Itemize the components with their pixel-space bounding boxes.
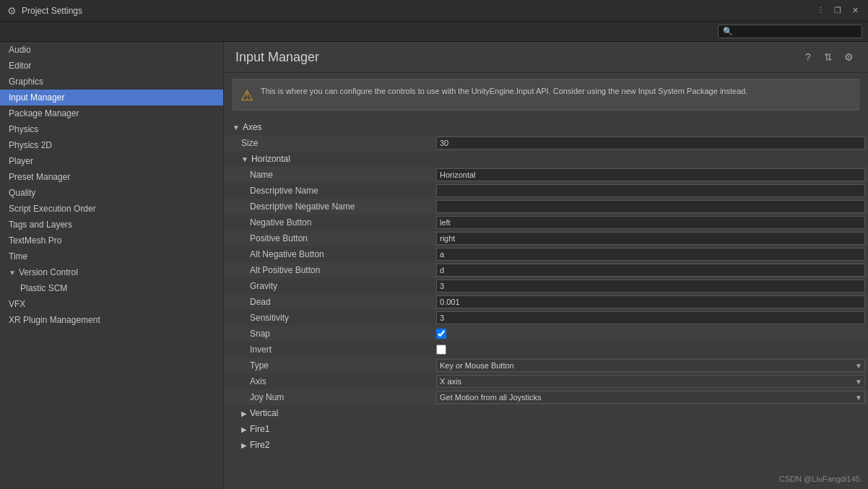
search-wrapper: 🔍 xyxy=(718,25,862,38)
joy-num-row: Joy Num Get Motion from all Joysticks Jo… xyxy=(224,389,868,405)
vertical-section-label: ▶ Vertical xyxy=(241,408,278,418)
invert-value xyxy=(433,343,868,356)
sidebar-item-time[interactable]: Time xyxy=(0,248,223,264)
negative-button-text: left xyxy=(436,216,865,229)
sidebar-item-preset-manager[interactable]: Preset Manager xyxy=(0,169,223,185)
axes-section-header[interactable]: ▼ Axes xyxy=(224,119,868,135)
snap-value xyxy=(433,327,868,340)
fire1-section-header[interactable]: ▶ Fire1 xyxy=(224,421,868,437)
sidebar-item-physics-2d[interactable]: Physics 2D xyxy=(0,137,223,153)
name-value: Horizontal xyxy=(433,168,868,182)
alt-negative-button-value: a xyxy=(433,247,868,261)
sidebar-item-physics[interactable]: Physics xyxy=(0,121,223,137)
negative-button-value: left xyxy=(433,215,868,230)
horizontal-section-header[interactable]: ▼ Horizontal xyxy=(224,151,868,167)
vertical-fold-arrow: ▶ xyxy=(241,410,247,417)
size-row: Size 30 xyxy=(224,135,868,151)
descriptive-negative-name-text xyxy=(436,200,865,213)
fire1-section-label: ▶ Fire1 xyxy=(241,424,269,434)
gravity-row: Gravity 3 xyxy=(224,278,868,294)
fire2-section-label: ▶ Fire2 xyxy=(241,440,269,450)
joy-num-label: Joy Num xyxy=(224,392,433,402)
sidebar-item-textmesh-pro[interactable]: TextMesh Pro xyxy=(0,233,223,248)
warning-icon: ⚠ xyxy=(240,87,253,104)
layout-icon[interactable]: ⇅ xyxy=(820,49,836,65)
sidebar-item-package-manager[interactable]: Package Manager xyxy=(0,105,223,121)
title-bar-icon: ⚙ xyxy=(6,5,17,17)
vertical-section-header[interactable]: ▶ Vertical xyxy=(224,405,868,421)
settings-icon[interactable]: ⚙ xyxy=(841,49,856,65)
title-bar-controls: ⋮ ❐ ✕ xyxy=(813,4,862,18)
title-bar-restore-btn[interactable]: ❐ xyxy=(830,4,845,18)
horizontal-fold-arrow: ▼ xyxy=(241,155,248,163)
watermark: CSDN @LiuFangdi145. xyxy=(779,475,862,483)
search-bar: 🔍 xyxy=(0,22,868,42)
sidebar-item-graphics[interactable]: Graphics xyxy=(0,74,223,90)
fire2-section-header[interactable]: ▶ Fire2 xyxy=(224,437,868,453)
sidebar-item-quality[interactable]: Quality xyxy=(0,185,223,201)
size-label: Size xyxy=(224,138,433,148)
sensitivity-row: Sensitivity 3 xyxy=(224,310,868,326)
sidebar-item-editor[interactable]: Editor xyxy=(0,58,223,74)
descriptive-name-text xyxy=(436,184,865,197)
sidebar-item-input-manager[interactable]: Input Manager xyxy=(0,90,223,105)
main-layout: Audio Editor Graphics Input Manager Pack… xyxy=(0,42,868,489)
joy-num-value: Get Motion from all Joysticks Joystick 1… xyxy=(433,390,868,404)
axes-fold-arrow: ▼ xyxy=(233,124,240,131)
axis-select[interactable]: X axis Y axis 3rd axis (Joysticks and Sc… xyxy=(436,375,865,388)
sidebar-item-player[interactable]: Player xyxy=(0,153,223,169)
dead-label: Dead xyxy=(224,297,433,307)
sidebar-item-audio[interactable]: Audio xyxy=(0,42,223,58)
axis-value: X axis Y axis 3rd axis (Joysticks and Sc… xyxy=(433,374,868,389)
sidebar-item-xr-plugin-management[interactable]: XR Plugin Management xyxy=(0,312,223,328)
alt-negative-button-row: Alt Negative Button a xyxy=(224,246,868,262)
search-input[interactable] xyxy=(736,27,857,36)
alt-positive-button-value: d xyxy=(433,263,868,277)
sidebar-item-tags-and-layers[interactable]: Tags and Layers xyxy=(0,217,223,233)
descriptive-name-value xyxy=(433,183,868,198)
type-label: Type xyxy=(224,360,433,371)
vertical-label: Vertical xyxy=(250,408,278,418)
joy-num-select[interactable]: Get Motion from all Joysticks Joystick 1… xyxy=(436,391,865,404)
descriptive-negative-name-row: Descriptive Negative Name xyxy=(224,199,868,215)
joy-num-select-wrapper: Get Motion from all Joysticks Joystick 1… xyxy=(436,391,865,404)
snap-row: Snap xyxy=(224,326,868,342)
size-text: 30 xyxy=(436,137,865,150)
type-select[interactable]: Key or Mouse Button Mouse Movement Joyst… xyxy=(436,359,865,372)
alt-negative-button-text: a xyxy=(436,248,865,261)
descriptive-name-row: Descriptive Name xyxy=(224,183,868,199)
gravity-text: 3 xyxy=(436,280,865,293)
invert-row: Invert xyxy=(224,342,868,358)
title-bar: ⚙ Project Settings ⋮ ❐ ✕ xyxy=(0,0,868,22)
version-control-arrow: ▼ xyxy=(9,269,16,277)
dead-text: 0.001 xyxy=(436,295,865,308)
sidebar-item-version-control[interactable]: ▼ Version Control xyxy=(0,264,223,280)
fire1-label: Fire1 xyxy=(250,424,269,434)
type-row: Type Key or Mouse Button Mouse Movement … xyxy=(224,358,868,373)
content-title: Input Manager xyxy=(235,50,319,65)
positive-button-row: Positive Button right xyxy=(224,230,868,246)
sidebar-item-plastic-scm[interactable]: Plastic SCM xyxy=(0,280,223,296)
props-panel: ▼ Axes Size 30 ▼ Horizontal Name xyxy=(224,116,868,489)
content-header: Input Manager ? ⇅ ⚙ xyxy=(224,42,868,73)
alt-positive-button-label: Alt Positive Button xyxy=(224,265,433,275)
snap-checkbox[interactable] xyxy=(436,329,446,339)
fire2-label: Fire2 xyxy=(250,440,269,450)
sidebar-item-script-execution-order[interactable]: Script Execution Order xyxy=(0,201,223,217)
axis-label: Axis xyxy=(224,376,433,386)
sensitivity-value: 3 xyxy=(433,311,868,325)
gravity-label: Gravity xyxy=(224,281,433,291)
positive-button-label: Positive Button xyxy=(224,233,433,243)
title-bar-close-btn[interactable]: ✕ xyxy=(848,4,862,18)
sidebar-item-vfx[interactable]: VFX xyxy=(0,296,223,312)
alt-positive-button-text: d xyxy=(436,264,865,277)
negative-button-label: Negative Button xyxy=(224,217,433,228)
title-bar-more-btn[interactable]: ⋮ xyxy=(813,4,828,18)
dead-value: 0.001 xyxy=(433,295,868,309)
descriptive-name-label: Descriptive Name xyxy=(224,186,433,196)
axis-row: Axis X axis Y axis 3rd axis (Joysticks a… xyxy=(224,373,868,389)
invert-checkbox[interactable] xyxy=(436,345,446,355)
sensitivity-text: 3 xyxy=(436,311,865,324)
negative-button-row: Negative Button left xyxy=(224,215,868,230)
help-icon[interactable]: ? xyxy=(800,49,816,65)
